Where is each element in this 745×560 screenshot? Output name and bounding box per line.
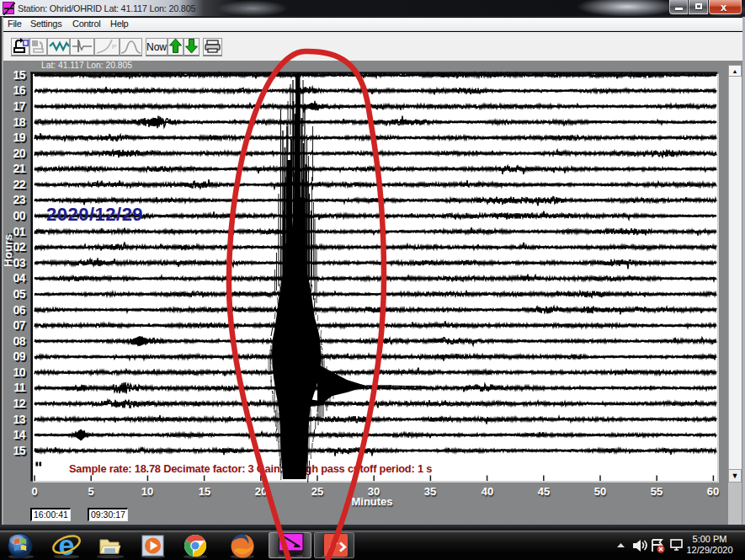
svg-text:Sample rate: 18.78 Decimate f: Sample rate: 18.78 Decimate factor: 3 Ga…: [69, 462, 432, 475]
svg-text:P: P: [112, 43, 116, 51]
svg-text:2020/12/29: 2020/12/29: [46, 204, 143, 225]
